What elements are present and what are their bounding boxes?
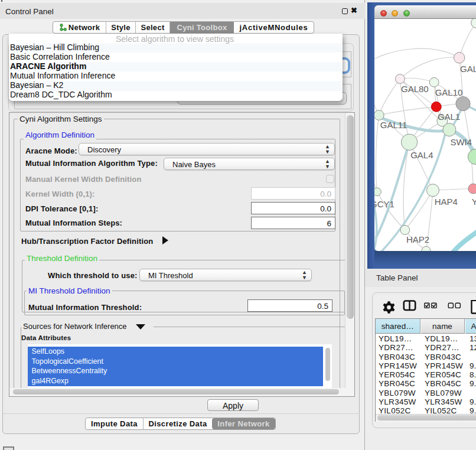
svg-text:GAL11: GAL11 xyxy=(380,120,407,130)
svg-text:Y: Y xyxy=(472,197,476,207)
svg-text:GAL80: GAL80 xyxy=(401,84,429,94)
svg-text:GAL2: GAL2 xyxy=(460,64,476,74)
svg-text:HAP4: HAP4 xyxy=(435,197,458,207)
svg-text:HAP2: HAP2 xyxy=(406,234,429,244)
svg-text:GAL10: GAL10 xyxy=(435,87,463,97)
svg-text:GAL4: GAL4 xyxy=(410,150,433,160)
svg-text:SWI4: SWI4 xyxy=(450,137,472,147)
svg-text:GCY1: GCY1 xyxy=(374,199,395,209)
svg-text:GAL1: GAL1 xyxy=(438,112,460,122)
